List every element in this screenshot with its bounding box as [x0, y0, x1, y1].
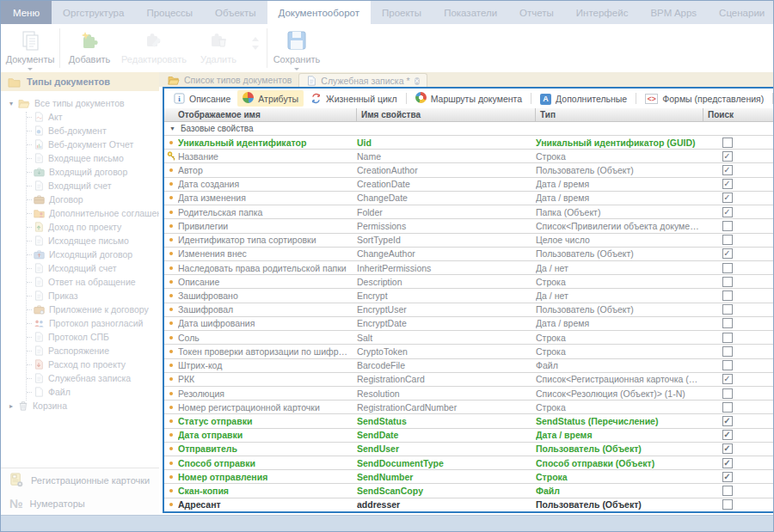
attribute-row[interactable]: АвторCreationAuthorПользователь (Объект)… — [164, 162, 774, 176]
attribute-row[interactable]: ОтправительSendUserПользователь (Объект)… — [164, 442, 774, 456]
tree-item[interactable]: Веб-документ — [1, 124, 159, 138]
tree-item[interactable]: Акт — [1, 110, 159, 124]
top-menu-item[interactable]: Интерфейс — [565, 1, 640, 24]
attribute-row[interactable]: РезолюцияResolutionСписок<Резолюция (Объ… — [164, 386, 774, 400]
search-checkbox[interactable] — [722, 263, 733, 273]
tree-item[interactable]: Приказ — [1, 289, 159, 303]
tree-item[interactable]: Ответ на обращение — [1, 275, 159, 289]
attribute-row[interactable]: Дата измененияChangeDateДата / время✓ — [164, 191, 774, 205]
search-checkbox[interactable]: ✓ — [722, 207, 733, 217]
attribute-row[interactable]: СольSaltСтрока — [164, 330, 774, 344]
search-checkbox[interactable]: ✓ — [722, 179, 733, 189]
editor-tab[interactable]: Жизненный цикл — [305, 91, 402, 106]
search-checkbox[interactable]: ✓ — [722, 374, 733, 384]
search-checkbox[interactable]: ✓ — [722, 193, 733, 203]
attributes-group-row[interactable]: ▼ Базовые свойства — [164, 122, 774, 135]
search-checkbox[interactable] — [722, 333, 733, 343]
top-menu-item[interactable]: Документооборот — [267, 1, 371, 24]
tree-item[interactable]: Договор — [1, 193, 159, 206]
column-header[interactable]: Имя свойства — [357, 108, 536, 121]
search-checkbox[interactable] — [722, 304, 733, 315]
attribute-row[interactable]: ОписаниеDescriptionСтрока — [164, 274, 774, 288]
attribute-row[interactable]: НазваниеNameСтрока✓ — [164, 149, 774, 162]
search-checkbox[interactable] — [722, 221, 733, 231]
tree-item[interactable]: Протокол СПБ — [1, 330, 159, 344]
search-checkbox[interactable] — [722, 402, 733, 413]
search-checkbox[interactable] — [722, 138, 733, 148]
ribbon-button[interactable]: Добавить — [62, 24, 117, 72]
attribute-row[interactable]: Родительская папкаFolderПапка (Объект)✓ — [164, 205, 774, 218]
attribute-row[interactable]: Скан-копияSendScanCopyФайл — [164, 483, 774, 497]
search-checkbox[interactable]: ✓ — [722, 151, 733, 162]
search-checkbox[interactable] — [722, 486, 733, 496]
editor-tab[interactable]: <>Формы (представления) — [640, 91, 769, 106]
search-checkbox[interactable] — [722, 388, 733, 399]
search-checkbox[interactable] — [722, 499, 733, 510]
attribute-row[interactable]: Идентификатор типа сортировкиSortTypeIdЦ… — [164, 233, 774, 247]
top-menu-item[interactable]: Объекты — [204, 1, 267, 24]
tree-item[interactable]: Исходящее письмо — [1, 234, 159, 248]
search-checkbox[interactable]: ✓ — [722, 458, 733, 468]
top-menu-item[interactable]: Оргструктура — [52, 1, 135, 24]
attribute-row[interactable]: ЗашифрованоEncryptДа / нет — [164, 288, 774, 302]
top-menu-item[interactable]: Процессы — [135, 1, 204, 24]
search-checkbox[interactable] — [722, 318, 733, 328]
attribute-row[interactable]: Уникальный идентификаторUidУникальный ид… — [164, 135, 774, 149]
tree-item[interactable]: Доход по проекту — [1, 220, 159, 234]
attribute-row[interactable]: Номер отправленияSendNumberСтрока✓ — [164, 469, 774, 483]
tree-item[interactable]: ▸Корзина — [1, 399, 159, 413]
tree-item[interactable]: Расход по проекту — [1, 358, 159, 371]
attribute-row[interactable]: Наследовать права родительской папкиInhe… — [164, 260, 774, 274]
tree-item[interactable]: Служебная записка — [1, 371, 159, 385]
expander-open-icon[interactable]: ▾ — [7, 100, 15, 107]
editor-tab[interactable]: AДополнительные — [535, 91, 632, 107]
attribute-row[interactable]: Номер регистрационной карточкиRegistrati… — [164, 400, 774, 413]
search-checkbox[interactable]: ✓ — [722, 443, 733, 454]
search-checkbox[interactable]: ✓ — [722, 165, 733, 175]
tree-item[interactable]: Приложение к договору — [1, 303, 159, 316]
tree-item[interactable]: Исходящий счет — [1, 261, 159, 275]
top-menu-item[interactable]: Проекты — [371, 1, 433, 24]
tree-item[interactable]: Файл — [1, 385, 159, 399]
column-header[interactable]: Отображаемое имя — [164, 108, 357, 121]
attribute-row[interactable]: АдресантaddresserПользователь (Объект) — [164, 498, 774, 511]
search-checkbox[interactable] — [722, 290, 733, 301]
tree-item[interactable]: Протокол разногласий — [1, 316, 159, 330]
search-checkbox[interactable]: ✓ — [722, 416, 733, 426]
attribute-row[interactable]: Статус отправкиSendStatusSendStatus (Пер… — [164, 413, 774, 427]
ribbon-button[interactable]: Документы — [3, 24, 58, 72]
attribute-row[interactable]: Штрих-кодBarcodeFileФайл — [164, 358, 774, 372]
attribute-row[interactable]: Дата созданияCreationDateДата / время✓ — [164, 177, 774, 191]
attribute-row[interactable]: Дата отправкиSendDateДата / время✓ — [164, 428, 774, 442]
close-icon[interactable]: ✕ — [415, 75, 421, 86]
tree-item[interactable]: Входящий счет — [1, 179, 159, 193]
tree-item[interactable]: Дополнительное соглашение — [1, 206, 159, 220]
sidebar-section[interactable]: №Нумераторы — [1, 492, 159, 515]
column-header[interactable]: Тип — [536, 108, 703, 121]
ribbon-button[interactable]: Сохранить — [269, 24, 324, 72]
tree-item[interactable]: ▾Все типы документов — [1, 96, 159, 110]
top-menu-item[interactable]: Сценарии — [708, 1, 774, 24]
attribute-row[interactable]: ПривилегииPermissionsСписок<Привилегии о… — [164, 218, 774, 232]
editor-tab[interactable]: Атрибуты — [237, 90, 304, 107]
search-checkbox[interactable]: ✓ — [722, 248, 733, 259]
search-checkbox[interactable] — [722, 277, 733, 287]
search-checkbox[interactable] — [722, 235, 733, 245]
sidebar-section[interactable]: Регистрационные карточки — [1, 468, 159, 492]
attribute-row[interactable]: ЗашифровалEncryptUserПользователь (Объек… — [164, 303, 774, 316]
column-header[interactable]: Поиск — [703, 108, 751, 121]
tree-item[interactable]: Распоряжение — [1, 344, 159, 358]
tree-item[interactable]: Веб-документ Отчет — [1, 138, 159, 151]
tree-item[interactable]: Исходящий договор — [1, 248, 159, 261]
attribute-row[interactable]: Изменения внесChangeAuthorПользователь (… — [164, 247, 774, 260]
search-checkbox[interactable]: ✓ — [722, 472, 733, 482]
top-menu-item[interactable]: Показатели — [433, 1, 508, 24]
top-menu-item[interactable]: Отчеты — [508, 1, 565, 24]
attribute-row[interactable]: Способ отправкиSendDocumentTypeСпособ от… — [164, 456, 774, 469]
editor-tab[interactable]: iОписание — [169, 91, 236, 106]
document-tab[interactable]: Служебная записка *✕ — [298, 73, 427, 87]
attribute-row[interactable]: Токен проверки авторизации по шифрованию… — [164, 344, 774, 358]
top-menu-item[interactable]: BPM Apps — [639, 1, 708, 24]
top-menu-item[interactable]: Меню — [1, 1, 52, 24]
expander-closed-icon[interactable]: ▸ — [7, 402, 15, 410]
